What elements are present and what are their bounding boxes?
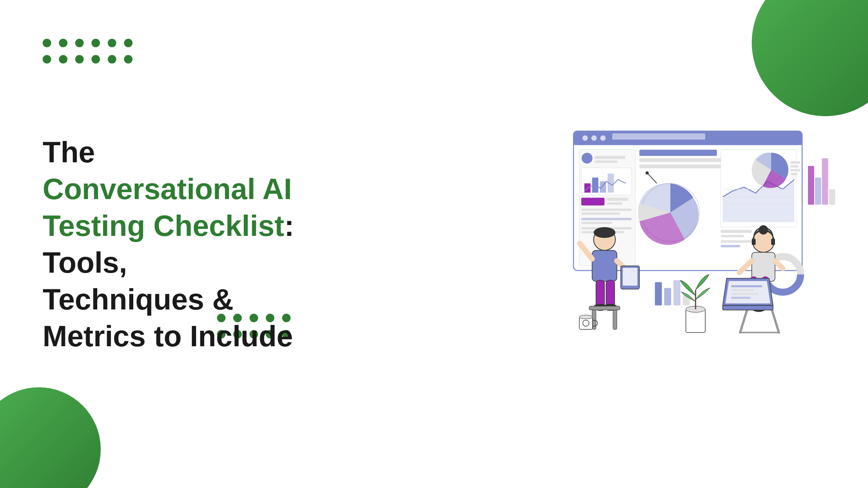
svg-point-4: [591, 135, 597, 141]
svg-point-76: [759, 225, 768, 234]
dot: [75, 39, 84, 47]
svg-rect-47: [822, 158, 828, 204]
dot: [43, 55, 51, 64]
svg-line-82: [740, 307, 748, 332]
svg-rect-63: [606, 280, 615, 307]
bottom-left-decoration: [0, 387, 101, 488]
svg-rect-57: [592, 250, 617, 281]
svg-rect-72: [686, 309, 705, 332]
svg-rect-39: [721, 245, 740, 247]
svg-rect-27: [639, 164, 732, 168]
illustration-svg: [542, 127, 837, 352]
dot: [91, 55, 100, 64]
svg-rect-20: [581, 212, 620, 215]
dot: [108, 55, 116, 64]
svg-rect-22: [581, 222, 612, 224]
dot: [59, 39, 67, 47]
svg-rect-42: [790, 165, 798, 167]
svg-rect-46: [815, 177, 821, 204]
illustration: [542, 127, 837, 352]
svg-rect-16: [581, 198, 604, 205]
page-title: The Conversational AI Testing Checklist:…: [43, 134, 294, 354]
dot: [124, 55, 133, 64]
svg-rect-2: [574, 139, 802, 145]
svg-point-3: [582, 135, 588, 141]
svg-rect-10: [594, 160, 618, 163]
svg-rect-45: [808, 166, 814, 204]
svg-rect-68: [613, 310, 617, 329]
svg-rect-52: [664, 288, 671, 305]
svg-rect-51: [655, 282, 662, 305]
svg-rect-53: [673, 280, 680, 305]
svg-point-70: [579, 315, 592, 319]
svg-rect-25: [639, 149, 717, 156]
dot-grid-top-left: [43, 39, 135, 66]
svg-rect-89: [731, 289, 754, 291]
svg-rect-17: [607, 198, 628, 201]
svg-rect-92: [752, 239, 756, 245]
dot: [124, 39, 133, 47]
dot: [59, 55, 67, 64]
svg-rect-62: [596, 280, 604, 307]
dot: [43, 39, 51, 47]
svg-marker-87: [725, 281, 770, 303]
top-right-decoration: [752, 0, 868, 116]
svg-point-56: [594, 227, 615, 238]
svg-rect-9: [594, 156, 625, 159]
dot: [75, 55, 84, 64]
svg-line-83: [771, 307, 779, 332]
svg-rect-36: [721, 230, 752, 233]
svg-rect-85: [723, 305, 773, 310]
svg-rect-91: [731, 297, 751, 299]
dot: [108, 39, 116, 47]
svg-rect-48: [829, 189, 835, 204]
svg-rect-12: [584, 183, 591, 192]
svg-rect-88: [731, 285, 762, 287]
svg-rect-21: [581, 218, 632, 220]
svg-rect-90: [731, 293, 758, 295]
svg-rect-93: [771, 239, 775, 245]
svg-rect-18: [607, 202, 622, 204]
svg-point-30: [646, 171, 649, 174]
main-content: The Conversational AI Testing Checklist:…: [0, 134, 294, 354]
svg-point-8: [582, 153, 592, 163]
svg-rect-19: [581, 208, 632, 211]
headline-prefix: The: [43, 136, 95, 168]
headline-green: Conversational AI Testing Checklist: [43, 172, 292, 242]
svg-rect-44: [790, 173, 797, 175]
svg-rect-43: [790, 169, 800, 171]
svg-rect-6: [612, 133, 705, 139]
svg-rect-38: [721, 240, 752, 242]
svg-rect-41: [790, 161, 800, 163]
svg-rect-66: [589, 306, 620, 310]
svg-point-5: [600, 135, 606, 141]
dot: [91, 39, 100, 47]
svg-rect-61: [623, 268, 637, 285]
svg-rect-37: [721, 235, 744, 237]
